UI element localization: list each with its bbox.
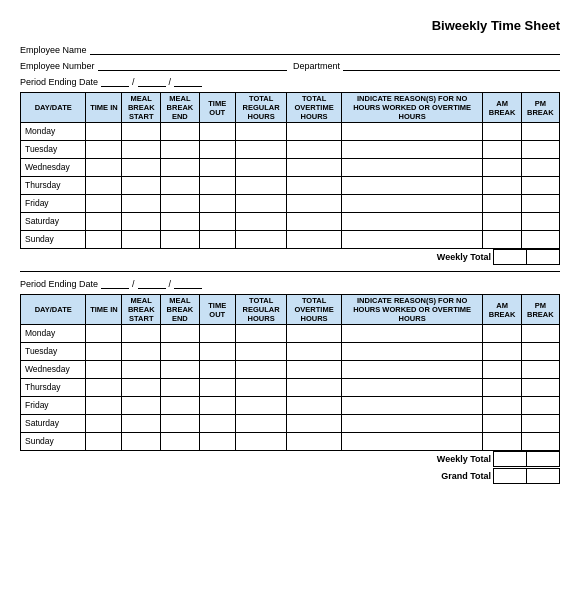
table-row[interactable] — [235, 213, 287, 231]
period-year-2[interactable] — [174, 277, 202, 289]
table-row[interactable] — [161, 397, 200, 415]
table-row[interactable] — [161, 195, 200, 213]
grand-total-overtime[interactable] — [526, 468, 560, 484]
table-row[interactable] — [287, 379, 341, 397]
period-year-1[interactable] — [174, 75, 202, 87]
table-row[interactable] — [235, 325, 287, 343]
table-row[interactable] — [483, 231, 521, 249]
table-row[interactable] — [341, 343, 483, 361]
table-row[interactable] — [235, 379, 287, 397]
period-day-2[interactable] — [138, 277, 166, 289]
table-row[interactable] — [161, 433, 200, 451]
table-row[interactable] — [86, 177, 122, 195]
table-row[interactable] — [287, 195, 341, 213]
table-row[interactable] — [161, 123, 200, 141]
table-row[interactable] — [341, 177, 483, 195]
table-row[interactable] — [483, 343, 521, 361]
table-row[interactable] — [341, 159, 483, 177]
table-row[interactable] — [161, 379, 200, 397]
table-row[interactable] — [161, 141, 200, 159]
table-row[interactable] — [161, 325, 200, 343]
table-row[interactable] — [161, 415, 200, 433]
table-row[interactable] — [199, 361, 235, 379]
table-row[interactable] — [483, 397, 521, 415]
table-row[interactable] — [483, 379, 521, 397]
table-row[interactable] — [341, 231, 483, 249]
table-row[interactable] — [199, 397, 235, 415]
table-row[interactable] — [521, 141, 559, 159]
table-row[interactable] — [161, 231, 200, 249]
table-row[interactable] — [341, 433, 483, 451]
weekly-total-regular-1[interactable] — [493, 249, 527, 265]
table-row[interactable] — [483, 123, 521, 141]
table-row[interactable] — [235, 361, 287, 379]
table-row[interactable] — [235, 177, 287, 195]
table-row[interactable] — [161, 177, 200, 195]
table-row[interactable] — [122, 123, 161, 141]
table-row[interactable] — [235, 231, 287, 249]
table-row[interactable] — [341, 123, 483, 141]
table-row[interactable] — [521, 415, 559, 433]
table-row[interactable] — [86, 361, 122, 379]
table-row[interactable] — [521, 379, 559, 397]
table-row[interactable] — [199, 177, 235, 195]
table-row[interactable] — [287, 415, 341, 433]
table-row[interactable] — [199, 415, 235, 433]
table-row[interactable] — [341, 325, 483, 343]
table-row[interactable] — [521, 325, 559, 343]
table-row[interactable] — [86, 123, 122, 141]
table-row[interactable] — [235, 159, 287, 177]
table-row[interactable] — [483, 195, 521, 213]
table-row[interactable] — [122, 415, 161, 433]
table-row[interactable] — [287, 213, 341, 231]
table-row[interactable] — [521, 159, 559, 177]
table-row[interactable] — [235, 123, 287, 141]
table-row[interactable] — [86, 159, 122, 177]
table-row[interactable] — [122, 195, 161, 213]
weekly-total-overtime-1[interactable] — [526, 249, 560, 265]
period-month-1[interactable] — [101, 75, 129, 87]
table-row[interactable] — [483, 433, 521, 451]
table-row[interactable] — [122, 159, 161, 177]
table-row[interactable] — [86, 415, 122, 433]
table-row[interactable] — [199, 231, 235, 249]
table-row[interactable] — [199, 343, 235, 361]
table-row[interactable] — [287, 343, 341, 361]
table-row[interactable] — [287, 141, 341, 159]
table-row[interactable] — [235, 415, 287, 433]
table-row[interactable] — [521, 123, 559, 141]
weekly-total-overtime-2[interactable] — [526, 451, 560, 467]
table-row[interactable] — [161, 343, 200, 361]
table-row[interactable] — [521, 231, 559, 249]
table-row[interactable] — [199, 123, 235, 141]
table-row[interactable] — [341, 397, 483, 415]
table-row[interactable] — [199, 141, 235, 159]
table-row[interactable] — [122, 343, 161, 361]
table-row[interactable] — [199, 213, 235, 231]
table-row[interactable] — [122, 231, 161, 249]
table-row[interactable] — [483, 141, 521, 159]
table-row[interactable] — [235, 343, 287, 361]
table-row[interactable] — [199, 159, 235, 177]
table-row[interactable] — [122, 361, 161, 379]
table-row[interactable] — [199, 379, 235, 397]
table-row[interactable] — [199, 325, 235, 343]
table-row[interactable] — [122, 141, 161, 159]
employee-number-field[interactable] — [98, 59, 287, 71]
table-row[interactable] — [86, 379, 122, 397]
table-row[interactable] — [521, 213, 559, 231]
table-row[interactable] — [521, 433, 559, 451]
period-month-2[interactable] — [101, 277, 129, 289]
table-row[interactable] — [341, 141, 483, 159]
table-row[interactable] — [483, 415, 521, 433]
table-row[interactable] — [521, 361, 559, 379]
table-row[interactable] — [86, 343, 122, 361]
table-row[interactable] — [161, 361, 200, 379]
table-row[interactable] — [86, 141, 122, 159]
table-row[interactable] — [483, 177, 521, 195]
table-row[interactable] — [86, 213, 122, 231]
table-row[interactable] — [161, 159, 200, 177]
table-row[interactable] — [199, 433, 235, 451]
table-row[interactable] — [287, 397, 341, 415]
table-row[interactable] — [287, 159, 341, 177]
